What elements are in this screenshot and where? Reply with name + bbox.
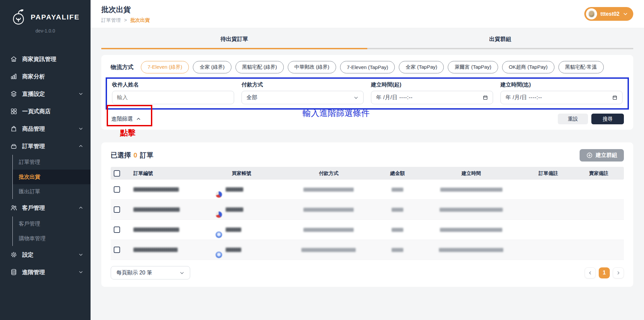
search-button[interactable]: 搜尋 xyxy=(591,114,624,124)
advanced-filter-toggle[interactable]: 進階篩選 xyxy=(111,116,141,123)
created-to-datetime-input[interactable]: 年 /月/日 ----:-- xyxy=(500,91,623,104)
blurred-created-time xyxy=(440,188,502,192)
col-total-amount: 總金額 xyxy=(376,170,419,177)
sidebar-item-product-management[interactable]: 商品管理 xyxy=(0,120,91,137)
chevron-down-icon xyxy=(354,95,359,100)
sidebar-item-one-page-store[interactable]: 一頁式商店 xyxy=(0,103,91,120)
sidebar-item-live-settings[interactable]: 直播設定 xyxy=(0,85,91,103)
pill-blackcat-ecpay[interactable]: 黑貓宅配 (綠界) xyxy=(235,61,284,73)
sidebar: PAPAYALIFE dev-1.0.0 商家資訊管理 商家分析 直播設定 xyxy=(0,0,91,320)
sidebar-item-merchant-info[interactable]: 商家資訊管理 xyxy=(0,50,91,68)
sidebar-item-advanced-management[interactable]: 進階管理 xyxy=(0,263,91,281)
pill-familymart-tappay[interactable]: 全家 (TapPay) xyxy=(399,61,444,73)
layers-icon xyxy=(10,90,17,98)
app-version: dev-1.0.0 xyxy=(0,28,91,34)
pill-okmart-tappay[interactable]: OK超商 (TapPay) xyxy=(502,61,554,73)
table-row[interactable] xyxy=(111,180,624,200)
blurred-buyer-name xyxy=(226,187,243,192)
current-page-button[interactable]: 1 xyxy=(599,267,610,278)
chevron-down-icon xyxy=(623,11,628,16)
table-row[interactable] xyxy=(111,240,624,260)
blurred-created-time xyxy=(440,208,503,212)
blurred-payment-method xyxy=(304,208,354,212)
recipient-name-input[interactable] xyxy=(112,91,234,104)
sidebar-item-analytics[interactable]: 商家分析 xyxy=(0,68,91,85)
create-group-button[interactable]: 建立群組 xyxy=(580,149,624,162)
breadcrumb-parent[interactable]: 訂單管理 xyxy=(101,17,121,23)
table-row[interactable] xyxy=(111,220,624,240)
tab-pending-orders[interactable]: 待出貨訂單 xyxy=(101,36,367,49)
shopping-bag-icon xyxy=(10,125,17,132)
row-checkbox[interactable] xyxy=(114,206,120,213)
pill-chunghwa-post-ecpay[interactable]: 中華郵政 (綠界) xyxy=(288,61,336,73)
field-payment-method: 付款方式 全部 xyxy=(241,81,364,104)
plus-circle-icon xyxy=(586,152,593,158)
blurred-buyer-name xyxy=(226,207,243,212)
payment-method-select[interactable]: 全部 xyxy=(241,91,364,104)
buyer-avatar xyxy=(206,222,221,237)
calendar-icon[interactable] xyxy=(612,95,618,100)
sidebar-subitem-export-orders[interactable]: 匯出訂單 xyxy=(13,184,91,199)
sidebar-item-customer-management[interactable]: 客戶管理 xyxy=(0,199,91,216)
calendar-icon[interactable] xyxy=(483,95,488,100)
field-created-to: 建立時間(迄) 年 /月/日 ----:-- xyxy=(500,81,623,104)
row-checkbox[interactable] xyxy=(114,186,120,193)
col-created-time: 建立時間 xyxy=(419,170,523,177)
sidebar-subitem-cart-management[interactable]: 購物車管理 xyxy=(13,231,91,246)
users-icon xyxy=(10,204,17,211)
database-icon xyxy=(10,268,17,276)
pill-hilife-tappay[interactable]: 萊爾富 (TapPay) xyxy=(448,61,498,73)
sidebar-item-settings[interactable]: 設定 xyxy=(0,246,91,263)
content-area: 待出貨訂單 出貨群組 物流方式 7-Eleven (綠界) 全家 (綠界) 黑貓… xyxy=(91,28,644,320)
prev-page-button[interactable] xyxy=(585,267,596,278)
filter-fields-annotated-blue-box: 收件人姓名 付款方式 全部 建立時間(起) 年 /月/日 ----:-- xyxy=(106,77,629,110)
table-row[interactable] xyxy=(111,200,624,220)
table-header-row: 訂單編號 買家帳號 付款方式 總金額 建立時間 訂單備註 賣家備註 xyxy=(111,167,624,180)
order-management-submenu: 訂單管理 批次出貨 匯出訂單 xyxy=(12,155,91,199)
field-recipient-name: 收件人姓名 xyxy=(112,81,234,104)
home-icon xyxy=(10,55,17,63)
next-page-button[interactable] xyxy=(613,267,624,278)
payment-method-label: 付款方式 xyxy=(241,81,364,88)
reset-button[interactable]: 重設 xyxy=(558,114,588,124)
blurred-buyer-name xyxy=(226,248,241,252)
annotation-input-hint-label: 輸入進階篩選條件 xyxy=(303,108,370,119)
annotation-click-label: 點擊 xyxy=(120,128,136,138)
pill-7eleven-tappay[interactable]: 7-Eleven (TapPay) xyxy=(340,61,395,73)
pill-blackcat-room-temp[interactable]: 黑貓宅配-常溫 xyxy=(558,61,604,73)
selection-summary: 已選擇 0 訂單 xyxy=(111,151,153,160)
buyer-avatar xyxy=(206,182,221,197)
blurred-total-amount xyxy=(392,228,403,232)
buyer-avatar xyxy=(206,202,221,217)
row-checkbox[interactable] xyxy=(114,247,120,253)
user-menu-button[interactable]: tttest02 xyxy=(584,7,633,21)
chevron-up-icon xyxy=(136,117,141,121)
pill-7eleven-ecpay[interactable]: 7-Eleven (綠界) xyxy=(141,61,189,73)
logistics-pills: 7-Eleven (綠界) 全家 (綠界) 黑貓宅配 (綠界) 中華郵政 (綠界… xyxy=(141,61,604,73)
sidebar-subitem-batch-shipping[interactable]: 批次出貨 xyxy=(13,170,91,184)
sidebar-subitem-order-management[interactable]: 訂單管理 xyxy=(13,155,91,170)
created-to-label: 建立時間(迄) xyxy=(500,81,623,88)
papaya-logo-icon xyxy=(11,9,26,25)
sidebar-subitem-customer-management[interactable]: 客戶管理 xyxy=(13,216,91,231)
orders-card: 已選擇 0 訂單 建立群組 訂單編號 買家帳號 付款方式 xyxy=(101,142,633,287)
col-buyer-account: 買家帳號 xyxy=(201,170,282,177)
blurred-created-time xyxy=(439,248,503,252)
select-all-checkbox[interactable] xyxy=(114,170,120,177)
page-size-select[interactable]: 每頁顯示 20 筆 xyxy=(111,266,190,279)
row-checkbox[interactable] xyxy=(114,227,120,233)
sidebar-menu: 商家資訊管理 商家分析 直播設定 xyxy=(0,50,91,281)
brand-name: PAPAYALIFE xyxy=(31,13,79,21)
blurred-created-time xyxy=(440,228,502,232)
created-from-label: 建立時間(起) xyxy=(371,81,493,88)
sidebar-item-order-management[interactable]: 訂單管理 xyxy=(0,137,91,155)
created-from-datetime-input[interactable]: 年 /月/日 ----:-- xyxy=(371,91,493,104)
col-payment-method: 付款方式 xyxy=(282,170,376,177)
user-name: tttest02 xyxy=(600,11,620,17)
blurred-buyer-name xyxy=(226,228,241,232)
tab-shipping-groups[interactable]: 出貨群組 xyxy=(367,36,633,49)
main-area: 批次出貨 訂單管理 > 批次出貨 tttest02 待出貨訂單 出貨群組 xyxy=(91,0,644,320)
pill-familymart-ecpay[interactable]: 全家 (綠界) xyxy=(193,61,231,73)
col-seller-note: 賣家備註 xyxy=(574,170,624,177)
user-avatar xyxy=(586,8,597,19)
